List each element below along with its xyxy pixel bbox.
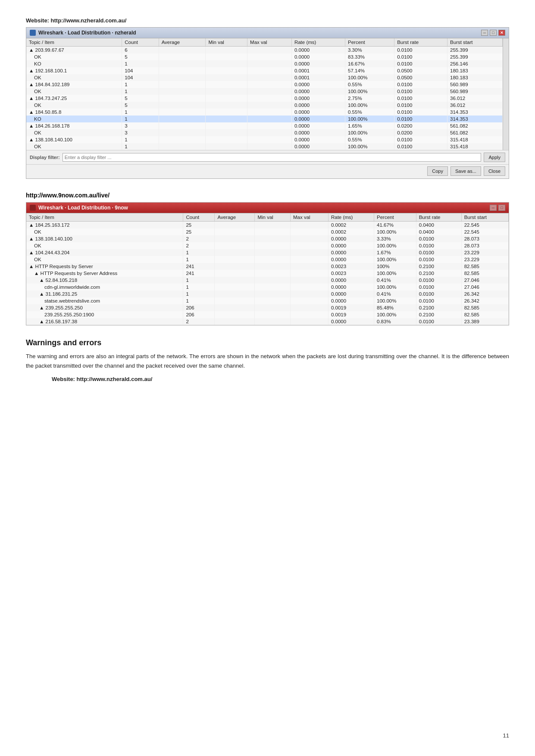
close-window-button-1[interactable]: ✕ (498, 30, 505, 36)
col-burst-start-2: Burst start (461, 213, 508, 222)
cell-topic: 239.255.255.250:1900 (26, 311, 183, 318)
cell-topic: ▲ HTTP Requests by Server Address (26, 270, 183, 277)
cell-percent: 100.00% (345, 116, 394, 122)
table-row[interactable]: ▲ 192.168.100.11040.000157.14%0.0500180.… (26, 67, 503, 74)
cell-max (291, 291, 329, 297)
save-as-button-1[interactable]: Save as... (451, 166, 481, 176)
titlebar-1: Wireshark · Load Distribution · nzherald… (26, 28, 509, 38)
maximize-button-1[interactable]: □ (490, 30, 497, 36)
cell-max (291, 222, 329, 229)
cell-rate: 0.0000 (328, 277, 374, 284)
cell-percent: 1.67% (374, 249, 416, 256)
cell-burst-start: 36.012 (447, 95, 503, 102)
table-row[interactable]: ▲ HTTP Requests by Server2410.0023100%0.… (26, 263, 509, 270)
cell-topic: ▲ 31.186.231.25 (26, 291, 183, 297)
cell-percent: 100.00% (374, 270, 416, 277)
cell-max (291, 304, 329, 311)
cell-rate: 0.0000 (291, 53, 345, 60)
minimize-button-1[interactable]: ─ (481, 30, 488, 36)
cell-topic: KO (26, 116, 122, 122)
maximize-button-2[interactable]: □ (498, 205, 505, 211)
table-row[interactable]: KO10.0000100.00%0.0100314.353 (26, 116, 503, 122)
cell-burst-start: 26.342 (461, 291, 508, 297)
cell-rate: 0.0000 (291, 122, 345, 129)
table-row[interactable]: OK10.0000100.00%0.0100560.989 (26, 88, 503, 95)
table-row[interactable]: OK20.0000100.00%0.010028.073 (26, 242, 509, 249)
cell-burst-start: 560.989 (447, 81, 503, 88)
cell-min (255, 242, 291, 249)
cell-max (247, 74, 292, 81)
table-row[interactable]: KO10.000016.67%0.0100256.146 (26, 60, 503, 67)
cell-rate: 0.0019 (328, 304, 374, 311)
cell-min (206, 74, 247, 81)
table-row[interactable]: ▲ 52.84.105.21810.00000.41%0.010027.046 (26, 277, 509, 284)
cell-min (206, 67, 247, 74)
table-row[interactable]: 239.255.255.250:19002060.0019100.00%0.21… (26, 311, 509, 318)
cell-min (206, 129, 247, 136)
cell-min (206, 143, 247, 150)
cell-percent: 0.55% (345, 109, 394, 116)
cell-topic: ▲ 184.73.247.25 (26, 95, 122, 102)
cell-rate: 0.0001 (291, 74, 345, 81)
table-row[interactable]: ▲ 216.58.197.3820.00000.83%0.010023.389 (26, 318, 509, 325)
scrollbar-1[interactable] (503, 38, 509, 150)
distribution-table-1: Topic / Item Count Average Min val Max v… (26, 38, 503, 150)
cell-percent: 0.41% (374, 277, 416, 284)
table-row[interactable]: ▲ 31.186.231.2510.00000.41%0.010026.342 (26, 291, 509, 297)
table-row[interactable]: ▲ 184.25.163.172250.000241.67%0.040022.5… (26, 222, 509, 229)
cell-percent: 1.65% (345, 122, 394, 129)
cell-topic: statse.webtrendslive.com (26, 297, 183, 304)
cell-topic: ▲ 184.50.85.8 (26, 109, 122, 116)
cell-burst-start: 36.012 (447, 102, 503, 109)
table-row[interactable]: ▲ 184.84.102.18910.00000.55%0.0100560.98… (26, 81, 503, 88)
col-rate-1: Rate (ms) (291, 38, 345, 47)
table-row[interactable]: ▲ 203.99.67.6760.00003.30%0.0100255.399 (26, 47, 503, 54)
cell-max (291, 277, 329, 284)
cell-count: 3 (122, 122, 159, 129)
table-row[interactable]: ▲ 104.244.43.20410.00001.67%0.010023.229 (26, 249, 509, 256)
cell-avg (159, 74, 206, 81)
table-row[interactable]: ▲ 138.108.140.10020.00003.33%0.010028.07… (26, 235, 509, 242)
cell-percent: 0.55% (345, 136, 394, 143)
table-row[interactable]: ▲ HTTP Requests by Server Address2410.00… (26, 270, 509, 277)
cell-min (255, 318, 291, 325)
cell-avg (159, 109, 206, 116)
cell-topic: ▲ HTTP Requests by Server (26, 263, 183, 270)
cell-min (206, 53, 247, 60)
cell-percent: 100.00% (374, 297, 416, 304)
cell-topic: OK (26, 228, 183, 235)
cell-percent: 57.14% (345, 67, 394, 74)
table-row[interactable]: ▲ 184.73.247.2550.00002.75%0.010036.012 (26, 95, 503, 102)
cell-percent: 100.00% (345, 129, 394, 136)
cell-avg (159, 88, 206, 95)
copy-button-1[interactable]: Copy (427, 166, 448, 176)
table-row[interactable]: OK10.0000100.00%0.010023.229 (26, 256, 509, 263)
table-row[interactable]: statse.webtrendslive.com10.0000100.00%0.… (26, 297, 509, 304)
cell-count: 104 (122, 74, 159, 81)
table-row[interactable]: OK1040.0001100.00%0.0500180.183 (26, 74, 503, 81)
minimize-button-2[interactable]: ─ (490, 205, 497, 211)
table-row[interactable]: OK30.0000100.00%0.0200561.082 (26, 129, 503, 136)
win-controls-2: ─ □ (490, 205, 505, 211)
table-row[interactable]: OK50.0000100.00%0.010036.012 (26, 102, 503, 109)
cell-avg (215, 249, 255, 256)
cell-max (291, 284, 329, 291)
table-row[interactable]: OK50.000083.33%0.0100255.399 (26, 53, 503, 60)
cell-topic: ▲ 52.84.105.218 (26, 277, 183, 284)
table-row[interactable]: OK10.0000100.00%0.0100315.418 (26, 143, 503, 150)
col-average-2: Average (215, 213, 255, 222)
cell-min (206, 60, 247, 67)
cell-min (255, 297, 291, 304)
cell-percent: 100% (374, 263, 416, 270)
table-row[interactable]: ▲ 184.26.168.17830.00001.65%0.0200561.08… (26, 122, 503, 129)
filter-input-1[interactable] (63, 153, 482, 162)
table-row[interactable]: OK250.0002100.00%0.040022.545 (26, 228, 509, 235)
close-button-1[interactable]: Close (484, 166, 505, 176)
table-row[interactable]: ▲ 138.108.140.10010.00000.55%0.0100315.4… (26, 136, 503, 143)
cell-burst-rate: 0.0100 (416, 242, 461, 249)
cell-topic: OK (26, 88, 122, 95)
apply-button-1[interactable]: Apply (484, 153, 505, 162)
table-row[interactable]: ▲ 239.255.255.2502060.001985.48%0.210082… (26, 304, 509, 311)
table-row[interactable]: ▲ 184.50.85.810.00000.55%0.0100314.353 (26, 109, 503, 116)
table-row[interactable]: cdn-gl.imnworldwide.com10.0000100.00%0.0… (26, 284, 509, 291)
